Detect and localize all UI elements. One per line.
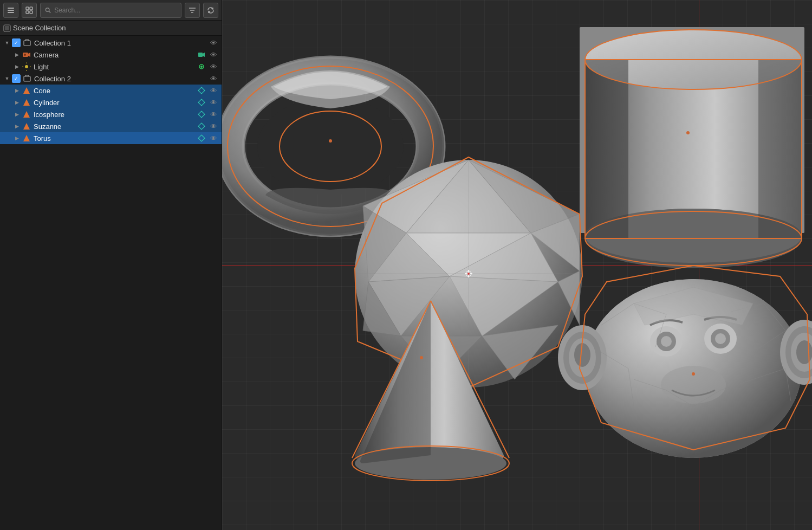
svg-rect-18 [198,53,203,57]
collection1-checkbox[interactable] [12,38,21,47]
svg-marker-16 [28,53,30,57]
svg-marker-37 [198,135,205,141]
svg-rect-13 [5,26,9,30]
cylinder-eye[interactable]: 👁 [209,98,218,107]
torus-eye[interactable]: 👁 [209,133,218,143]
torus-label: Torus [34,134,194,143]
svg-point-7 [46,8,49,11]
outliner-search-bar[interactable] [40,3,181,18]
outliner-tree: Collection 1 👁 Camera [0,36,222,530]
collection2-arrow[interactable] [2,73,12,85]
svg-marker-30 [23,99,30,106]
scene-svg [222,0,812,530]
collection1-item[interactable]: Collection 1 👁 [0,37,222,49]
svg-point-97 [796,340,812,364]
svg-line-8 [49,11,50,12]
suzanne-arrow[interactable] [12,120,22,132]
camera-arrow[interactable] [12,49,22,61]
svg-rect-52 [585,60,628,238]
svg-marker-33 [198,111,205,118]
light-eye[interactable]: 👁 [209,62,218,72]
cone-label: Cone [34,87,194,95]
svg-point-89 [715,333,726,344]
viewport[interactable] [222,0,812,530]
svg-rect-0 [8,8,14,9]
svg-rect-5 [26,11,29,14]
collection1-arrow[interactable] [2,37,12,49]
icosphere-item[interactable]: Icosphere 👁 [0,108,222,120]
camera-icon [22,50,31,60]
svg-rect-27 [24,76,30,81]
svg-rect-14 [24,41,30,46]
svg-rect-1 [8,10,14,11]
svg-marker-31 [198,99,205,106]
svg-point-46 [329,139,332,143]
cone-eye[interactable]: 👁 [209,86,218,95]
cone-arrow[interactable] [12,85,22,96]
camera-type-icon [197,50,206,60]
svg-point-77 [467,273,470,275]
scene-collection-header: Scene Collection [0,21,222,36]
collection2-item[interactable]: Collection 2 👁 [0,73,222,85]
cylinder-label: Cylinder [34,99,194,107]
svg-rect-6 [30,11,33,14]
svg-point-57 [686,131,690,134]
collection1-label: Collection 1 [34,39,206,47]
camera-eye[interactable]: 👁 [209,50,218,60]
svg-marker-28 [23,87,30,94]
collection2-label: Collection 2 [34,75,206,83]
light-label: Light [34,63,194,71]
torus-modifier-icon [197,133,206,143]
light-icon [22,62,31,72]
scene-collection-label: Scene Collection [13,24,66,32]
collection1-icon [22,38,32,48]
svg-point-81 [420,356,423,359]
suzanne-icon [22,121,31,131]
outliner-header [0,0,222,21]
outliner-menu-btn[interactable] [3,3,18,18]
icosphere-modifier-icon [197,109,206,119]
suzanne-eye[interactable]: 👁 [209,121,218,131]
svg-marker-19 [203,53,205,57]
search-input[interactable] [54,7,177,14]
svg-rect-53 [758,60,802,238]
collection2-eye[interactable]: 👁 [209,74,218,83]
outliner-display-btn[interactable] [22,3,37,18]
svg-point-99 [692,372,695,376]
svg-point-17 [24,54,26,56]
light-type-icon [197,62,206,72]
camera-label: Camera [34,51,194,59]
torus-icon [22,133,31,143]
suzanne-modifier-icon [197,121,206,131]
torus-arrow[interactable] [12,132,22,144]
cylinder-item[interactable]: Cylinder 👁 [0,96,222,108]
cylinder-arrow[interactable] [12,96,22,108]
svg-marker-29 [198,87,205,94]
light-arrow[interactable] [12,61,22,73]
svg-marker-34 [23,123,30,130]
collection2-checkbox[interactable] [12,74,21,83]
sync-btn[interactable] [203,3,218,18]
cone-item[interactable]: Cone 👁 [0,85,222,96]
icosphere-eye[interactable]: 👁 [209,109,218,119]
cylinder-icon [22,98,31,107]
suzanne-item[interactable]: Suzanne 👁 [0,120,222,132]
svg-point-26 [200,66,203,68]
icosphere-icon [22,109,31,119]
scene-icon [3,24,11,32]
cylinder-modifier-icon [197,98,206,107]
torus-item[interactable]: Torus 👁 [0,132,222,144]
collection2-icon [22,74,32,83]
collection1-eye[interactable]: 👁 [209,38,218,48]
icosphere-arrow[interactable] [12,108,22,120]
camera-item[interactable]: Camera 👁 [0,49,222,61]
cone-icon [22,86,31,95]
light-item[interactable]: Light 👁 [0,61,222,73]
suzanne-label: Suzanne [34,122,194,131]
svg-point-88 [661,336,672,347]
svg-point-20 [25,65,28,68]
svg-marker-36 [23,135,30,141]
outliner-panel: Scene Collection Collection 1 👁 [0,0,222,530]
filter-btn[interactable] [185,3,200,18]
cone-modifier-icon [197,86,206,95]
